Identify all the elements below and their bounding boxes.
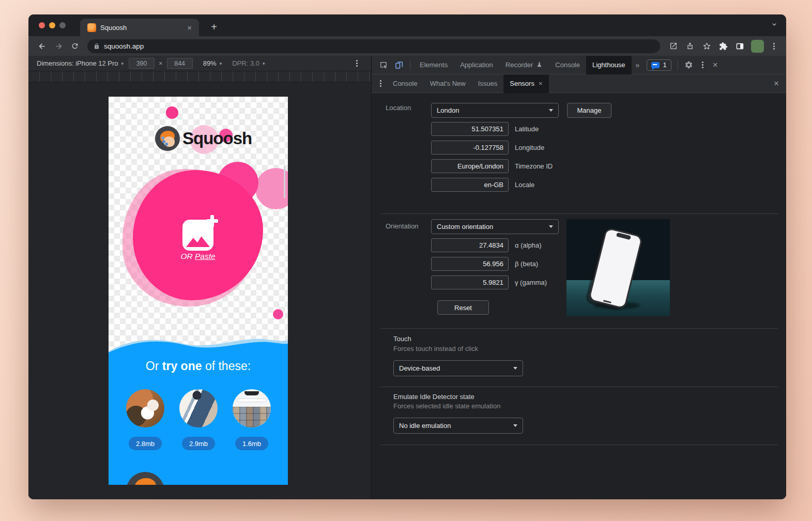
viewport-height-input[interactable] — [167, 58, 193, 69]
extensions-puzzle-icon[interactable] — [716, 39, 730, 53]
tab-lighthouse[interactable]: Lighthouse — [586, 56, 632, 74]
idle-select[interactable]: No idle emulation — [393, 418, 523, 434]
dimensions-label[interactable]: Dimensions: iPhone 12 Pro — [37, 59, 118, 67]
zoom-dropdown-icon[interactable]: ▾ — [220, 61, 222, 66]
toggle-device-toolbar-icon[interactable] — [391, 58, 407, 72]
devtools-pane: Elements Application Recorder Console Li… — [371, 56, 786, 499]
logo-hand-nails — [161, 136, 164, 140]
back-button[interactable] — [35, 39, 49, 53]
tab-application[interactable]: Application — [454, 56, 499, 74]
new-tab-button[interactable]: + — [207, 20, 221, 34]
inspect-element-icon[interactable] — [376, 58, 391, 72]
drawer-close-icon[interactable]: × — [770, 79, 783, 89]
url-bar[interactable]: squoosh.app — [87, 39, 660, 53]
profile-avatar[interactable] — [751, 40, 764, 53]
dpr-label[interactable]: DPR: 3.0 — [232, 59, 259, 67]
tab-elements[interactable]: Elements — [413, 56, 454, 74]
add-image-icon[interactable] — [182, 220, 213, 251]
location-selected-value: London — [437, 106, 459, 114]
dimensions-dropdown-icon[interactable]: ▾ — [121, 61, 124, 66]
sensors-tab-close-icon[interactable]: × — [539, 80, 543, 87]
bookmark-star-icon[interactable] — [699, 39, 714, 53]
issues-counter[interactable]: 1 — [647, 59, 671, 71]
devtools-toolbar: Elements Application Recorder Console Li… — [372, 56, 786, 74]
touch-selected-value: Device-based — [399, 364, 440, 372]
reset-button[interactable]: Reset — [437, 300, 489, 315]
experiment-flask-icon — [536, 62, 543, 68]
phone-port — [603, 300, 611, 303]
drawer-tab-sensors-label: Sensors — [510, 80, 534, 87]
drawer-tab-issues[interactable]: Issues — [472, 74, 504, 93]
device-toolbar-kebab-icon[interactable] — [356, 63, 358, 64]
panda-thumbnail[interactable] — [126, 389, 164, 427]
tab-console[interactable]: Console — [549, 56, 586, 74]
touch-subtitle: Forces touch instead of click — [393, 345, 478, 353]
location-label: Location — [386, 104, 411, 112]
window-close-button[interactable] — [39, 22, 45, 28]
section-divider — [380, 445, 778, 445]
app-scrollbar[interactable] — [284, 165, 285, 198]
open-in-new-icon[interactable] — [666, 39, 681, 53]
latitude-input[interactable] — [431, 122, 509, 136]
window-zoom-button[interactable] — [59, 22, 66, 28]
logo-hand-fist — [163, 136, 175, 147]
section-divider — [380, 213, 778, 214]
side-panel-icon[interactable] — [732, 39, 747, 53]
orientation-phone-preview[interactable] — [566, 219, 670, 316]
touch-select[interactable]: Device-based — [393, 360, 523, 376]
drawer-tab-sensors[interactable]: Sensors × — [503, 74, 548, 93]
window-minimize-button[interactable] — [49, 22, 55, 28]
url-text: squoosh.app — [104, 42, 144, 50]
desktop-background: Squoosh × + squoosh.app — [0, 0, 812, 521]
thumb-searchbar — [237, 399, 267, 402]
small-pink-dot — [273, 309, 283, 319]
alpha-label: α (alpha) — [515, 238, 542, 252]
sample-image-panda[interactable]: 2.8mb — [126, 389, 164, 450]
drawer-tab-console[interactable]: Console — [387, 74, 424, 93]
location-select[interactable]: London — [431, 103, 559, 118]
orientation-select[interactable]: Custom orientation — [431, 219, 559, 234]
sample-image-phone[interactable]: 1.6mb — [233, 389, 271, 450]
share-icon[interactable] — [683, 39, 697, 53]
tab-close-icon[interactable]: × — [185, 23, 194, 32]
try-bold: try one — [162, 359, 202, 373]
devtools-close-icon[interactable]: × — [709, 60, 722, 70]
drawer-tab-whats-new[interactable]: What's New — [424, 74, 472, 93]
manage-button[interactable]: Manage — [567, 103, 611, 118]
forward-button[interactable] — [51, 39, 66, 53]
timezone-input[interactable] — [431, 159, 509, 173]
orientation-label: Orientation — [386, 222, 419, 230]
thumb-photo-grid — [233, 407, 271, 427]
orientation-selected-value: Custom orientation — [437, 223, 493, 231]
tab-strip: Squoosh × + — [28, 14, 786, 36]
artwork-thumbnail[interactable] — [179, 389, 218, 427]
toolbar-separator — [410, 60, 410, 70]
reload-button[interactable] — [68, 39, 82, 53]
gamma-input[interactable] — [431, 275, 509, 289]
beta-input[interactable] — [431, 257, 509, 271]
locale-input[interactable] — [431, 178, 509, 192]
alpha-input[interactable] — [431, 238, 509, 252]
paste-link[interactable]: Paste — [195, 252, 216, 260]
section-divider — [380, 387, 778, 387]
longitude-input[interactable] — [431, 141, 509, 155]
touch-title: Touch — [393, 335, 411, 343]
viewport-width-input[interactable] — [129, 58, 155, 69]
phone-screenshot-thumbnail[interactable] — [233, 389, 271, 427]
tab-recorder[interactable]: Recorder — [499, 56, 549, 74]
tab-search-chevron-icon[interactable] — [771, 21, 778, 28]
issues-bubble-icon — [651, 62, 660, 68]
longitude-label: Longitude — [515, 141, 544, 155]
section-divider — [380, 328, 778, 329]
sample-image-artwork[interactable]: 2.9mb — [179, 389, 218, 450]
zoom-level[interactable]: 89% — [203, 59, 217, 67]
squoosh-logo-icon — [155, 126, 180, 151]
drawer-kebab-icon[interactable] — [380, 83, 381, 84]
squoosh-app-viewport: Squoosh OR Paste — [109, 97, 288, 485]
devtools-menu-kebab-icon[interactable] — [702, 64, 703, 66]
browser-tab-squoosh[interactable]: Squoosh × — [80, 19, 199, 36]
browser-menu-kebab-icon[interactable] — [773, 45, 775, 47]
more-tabs-icon[interactable]: » — [632, 61, 644, 69]
settings-gear-icon[interactable] — [681, 58, 697, 72]
dpr-dropdown-icon[interactable]: ▾ — [263, 61, 265, 66]
